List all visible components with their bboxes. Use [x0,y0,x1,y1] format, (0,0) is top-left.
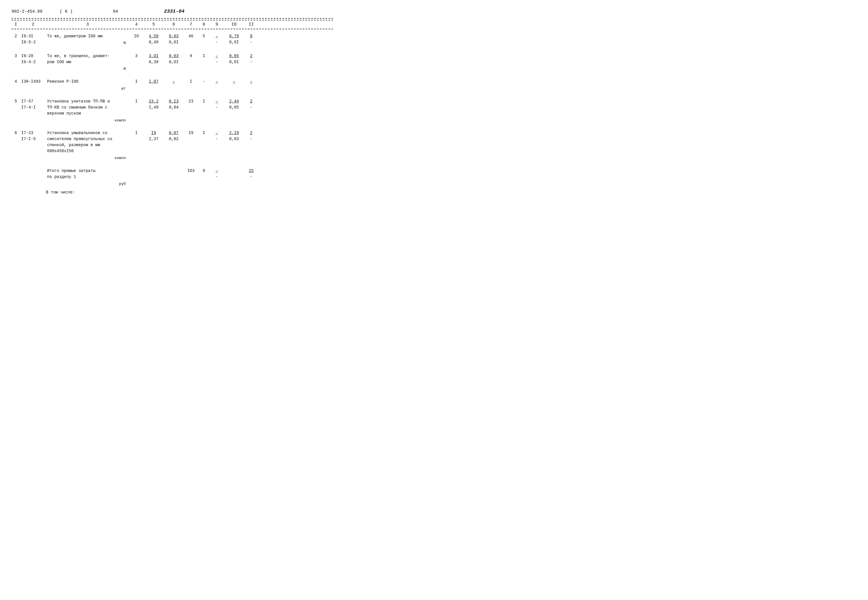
summary-col8: 9 [198,167,210,174]
summary-col5 [144,167,164,168]
row-col4: IO [129,33,144,40]
row-code: I6-28 I6-4-2 [20,53,46,66]
row-col10: 2,44 0,05 [224,98,244,111]
row-code: I7-23 I7-I-5 [20,129,46,143]
table-row: 3 I6-28 I6-4-2 То же, в траншеях, диамет… [12,53,333,73]
row-desc: Ревизия Р-IOO шт [46,78,129,92]
row-col4: I [129,129,144,136]
row-col8: I [198,129,210,136]
row-col11: 2 - [244,98,258,111]
row-code: I30-I493 [20,78,46,85]
row-col4: I [129,98,144,105]
row-col7: 46 [184,33,198,40]
column-headers: I 2 3 4 5 6 7 8 9 IO II [12,20,333,29]
row-col9: – [210,78,224,85]
row-col10: 2,I9 0,03 [224,129,244,143]
row-col10: 0,65 0,OI [224,53,244,66]
header-code: 902-2-454.88 [12,9,42,14]
row-col10: – [224,78,244,85]
summary-col11: I5 - [244,167,258,180]
col-header-3: 3 [46,22,129,27]
row-col11: 2 - [244,53,258,66]
row-num: 4 [12,78,20,85]
row-code: I6-3I I6-5-2 [20,33,46,46]
note-row: В том числе: [12,190,333,195]
summary-empty-2 [20,167,46,168]
row-col7: 23 [184,98,198,105]
row-col8: - [198,78,210,85]
row-col6: 0,03 0,OI [164,53,184,66]
row-code: I7-57 I7-4-I [20,98,46,111]
row-num: 2 [12,33,20,40]
row-num: 3 [12,53,20,60]
row-col7: I [184,78,198,85]
row-col5: I,07 [144,78,164,85]
header-doc: 2331-04 [164,9,184,14]
row-col6: – [164,78,184,85]
row-col4: I [129,78,144,85]
summary-col9: – - [210,167,224,180]
row-col9: – - [210,53,224,66]
col-header-9: 9 [210,22,224,27]
summary-col6 [164,167,184,168]
header-num: 94 [113,9,118,14]
row-desc: То же, диаметром IOO мм М [46,33,129,47]
row-col6: 0,07 0,02 [164,129,184,143]
row-col7: 9 [184,53,198,60]
row-col11: – [244,78,258,85]
row-col8: I [198,98,210,105]
row-col8: 5 [198,33,210,40]
row-col11: 2 - [244,129,258,143]
row-col11: 8 - [244,33,258,46]
col-header-8: 8 [198,22,210,27]
table-row: 6 I7-23 I7-I-5 Установка умывальников со… [12,129,333,162]
row-col5: I9 I,37 [144,129,164,143]
row-desc: Установка унитазов ТП-ПВ иТП-КВ со смывн… [46,98,129,124]
row-col5: 3,OI 0,39 [144,53,164,66]
col-header-2: 2 [20,22,46,27]
row-col9: – - [210,33,224,46]
header-paren: ( 6 ) [60,9,73,14]
page-header: 902-2-454.88 ( 6 ) 94 2331-04 [12,9,333,15]
col-header-11: II [244,22,258,27]
row-col6: 0,I3 0,04 [164,98,184,111]
summary-desc: Итого прямые затратыпо разделу 1 руб [46,167,129,188]
col-header-1: I [12,22,20,27]
summary-col10 [224,167,244,168]
row-col7: I9 [184,129,198,136]
row-col4: 3 [129,53,144,60]
col-header-6: 6 [164,22,184,27]
col-header-4: 4 [129,22,144,27]
row-num: 6 [12,129,20,136]
summary-empty-1 [12,167,20,168]
row-col5: 23,2 I,49 [144,98,164,111]
note-text: В том числе: [46,190,75,195]
summary-col7: IO3 [184,167,198,174]
summary-col4 [129,167,144,168]
col-header-7: 7 [184,22,198,27]
top-dashed-line [12,18,333,19]
col-header-5: 5 [144,22,164,27]
summary-row: Итого прямые затратыпо разделу 1 руб IO3… [12,167,333,188]
table-row: 5 I7-57 I7-4-I Установка унитазов ТП-ПВ … [12,98,333,124]
row-col6: 0,03 0,OI [164,33,184,46]
table-row: 2 I6-3I I6-5-2 То же, диаметром IOO мм М… [12,33,333,47]
row-desc: Установка умывальников сосмесителем прям… [46,129,129,162]
table-body: 2 I6-3I I6-5-2 То же, диаметром IOO мм М… [12,33,333,187]
row-col5: 4,59 0,49 [144,33,164,46]
row-num: 5 [12,98,20,105]
row-desc: То же, в траншеях, диамет-ром IOO мм М [46,53,129,73]
row-col10: 0,79 0,OI [224,33,244,46]
row-col8: I [198,53,210,60]
table-row: 4 I30-I493 Ревизия Р-IOO шт I I,07 – I -… [12,78,333,92]
col-header-10: IO [224,22,244,27]
row-col9: – - [210,98,224,111]
row-col9: – - [210,129,224,143]
